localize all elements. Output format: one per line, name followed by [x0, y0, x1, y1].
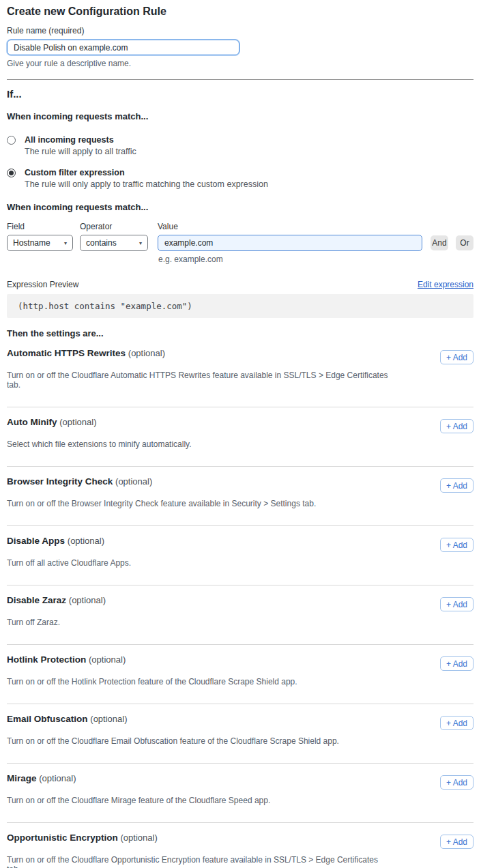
setting-title: Opportunistic Encryption (optional) [7, 833, 158, 843]
setting-description: Turn off all active Cloudflare Apps. [7, 558, 389, 568]
rule-name-label: Rule name (required) [7, 26, 473, 35]
setting-title: Hotlink Protection (optional) [7, 654, 126, 665]
optional-suffix: (optional) [69, 595, 106, 605]
expression-builder-row: Field Hostname ▾ Operator contains ▾ Val… [7, 222, 473, 251]
setting-description: Turn on or off the Hotlink Protection fe… [7, 677, 389, 686]
setting-description: Turn on or off the Cloudflare Mirage fea… [7, 796, 389, 805]
then-settings-heading: Then the settings are... [7, 328, 473, 338]
setting-description: Select which file extensions to minify a… [7, 439, 389, 449]
setting-name: Browser Integrity Check [7, 476, 113, 487]
incoming-requests-match-label: When incoming requests match... [7, 111, 473, 121]
radio-description: The rule will apply to all traffic [25, 147, 136, 156]
setting-item: Mirage (optional) + Add Turn on or off t… [7, 764, 473, 823]
add-button[interactable]: + Add [440, 350, 473, 364]
setting-name: Hotlink Protection [7, 654, 86, 665]
setting-item: Auto Minify (optional) + Add Select whic… [7, 407, 473, 467]
setting-name: Disable Apps [7, 536, 65, 546]
setting-title: Automatic HTTPS Rewrites (optional) [7, 348, 165, 358]
create-configuration-rule-page: Create new Configuration Rule Rule name … [0, 0, 481, 868]
setting-description: Turn on or off the Cloudflare Automatic … [7, 371, 389, 390]
rule-name-help: Give your rule a descriptive name. [7, 59, 473, 68]
edit-expression-link[interactable]: Edit expression [418, 280, 473, 289]
rule-name-input[interactable] [7, 40, 239, 55]
optional-suffix: (optional) [59, 417, 96, 427]
add-button[interactable]: + Add [440, 538, 473, 552]
expression-preview-box: (http.host contains "example.com") [7, 294, 473, 318]
setting-description: Turn on or off the Cloudflare Email Obfu… [7, 736, 389, 746]
field-label: Field [7, 222, 73, 231]
radio-label: All incoming requests [25, 135, 136, 145]
section-divider [7, 79, 473, 80]
value-input[interactable] [158, 235, 422, 251]
setting-description: Turn on or off the Cloudflare Opportunis… [7, 855, 389, 868]
optional-suffix: (optional) [90, 714, 127, 724]
optional-suffix: (optional) [89, 654, 126, 665]
optional-suffix: (optional) [128, 348, 165, 358]
field-select-value: Hostname [13, 238, 50, 248]
setting-title: Browser Integrity Check (optional) [7, 476, 152, 487]
optional-suffix: (optional) [121, 833, 158, 843]
setting-title: Mirage (optional) [7, 773, 76, 783]
and-button[interactable]: And [431, 235, 448, 250]
add-button[interactable]: + Add [440, 478, 473, 493]
operator-select-value: contains [86, 238, 117, 248]
radio-option-all-incoming-requests[interactable]: All incoming requests The rule will appl… [7, 135, 473, 156]
setting-item: Disable Apps (optional) + Add Turn off a… [7, 526, 473, 585]
field-select[interactable]: Hostname ▾ [7, 235, 73, 251]
add-button[interactable]: + Add [440, 835, 473, 849]
add-button[interactable]: + Add [440, 716, 473, 730]
radio-button-selected[interactable] [7, 169, 16, 177]
radio-option-custom-filter-expression[interactable]: Custom filter expression The rule will o… [7, 168, 473, 189]
value-label: Value [158, 222, 422, 231]
settings-list: Automatic HTTPS Rewrites (optional) + Ad… [7, 338, 473, 868]
setting-title: Email Obfuscation (optional) [7, 714, 128, 724]
setting-name: Opportunistic Encryption [7, 833, 118, 843]
chevron-down-icon: ▾ [64, 240, 67, 246]
or-button[interactable]: Or [456, 235, 473, 250]
setting-title: Auto Minify (optional) [7, 417, 96, 427]
add-button[interactable]: + Add [440, 656, 473, 671]
setting-item: Browser Integrity Check (optional) + Add… [7, 467, 473, 526]
setting-description: Turn off Zaraz. [7, 618, 389, 627]
setting-item: Email Obfuscation (optional) + Add Turn … [7, 704, 473, 764]
setting-name: Automatic HTTPS Rewrites [7, 348, 126, 358]
if-heading: If... [7, 88, 473, 100]
add-button[interactable]: + Add [440, 419, 473, 433]
value-hint: e.g. example.com [158, 255, 473, 264]
optional-suffix: (optional) [68, 536, 104, 546]
setting-title: Disable Zaraz (optional) [7, 595, 106, 605]
setting-item: Hotlink Protection (optional) + Add Turn… [7, 645, 473, 704]
setting-name: Email Obfuscation [7, 714, 88, 724]
operator-label: Operator [80, 222, 148, 231]
chevron-down-icon: ▾ [139, 240, 142, 246]
expression-preview-label: Expression Preview [7, 280, 78, 289]
setting-name: Disable Zaraz [7, 595, 66, 605]
add-button[interactable]: + Add [440, 775, 473, 790]
page-title: Create new Configuration Rule [7, 5, 473, 18]
add-button[interactable]: + Add [440, 597, 473, 611]
radio-description: The rule will only apply to traffic matc… [25, 179, 268, 189]
optional-suffix: (optional) [39, 773, 76, 783]
setting-title: Disable Apps (optional) [7, 536, 104, 546]
expression-builder-match-label: When incoming requests match... [7, 202, 473, 212]
setting-name: Auto Minify [7, 417, 57, 427]
radio-label: Custom filter expression [25, 168, 268, 177]
setting-name: Mirage [7, 773, 37, 783]
operator-select[interactable]: contains ▾ [80, 235, 148, 251]
optional-suffix: (optional) [115, 476, 152, 487]
setting-item: Opportunistic Encryption (optional) + Ad… [7, 823, 473, 868]
radio-button-unselected[interactable] [7, 136, 16, 145]
setting-item: Automatic HTTPS Rewrites (optional) + Ad… [7, 338, 473, 407]
setting-item: Disable Zaraz (optional) + Add Turn off … [7, 585, 473, 645]
setting-description: Turn on or off the Browser Integrity Che… [7, 499, 389, 508]
